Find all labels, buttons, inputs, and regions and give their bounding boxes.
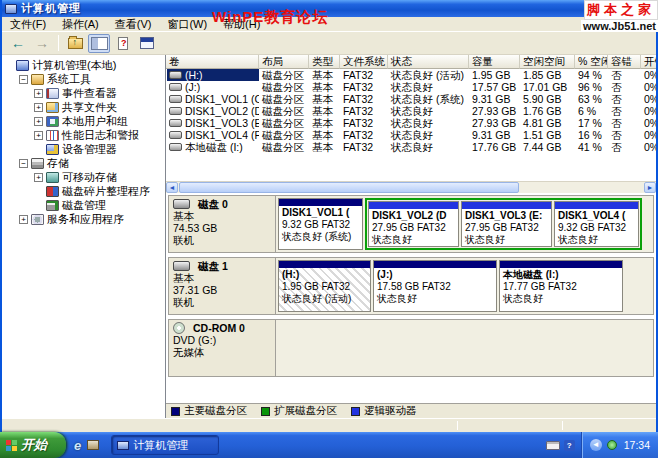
disk-type: 基本 xyxy=(173,272,271,284)
tree-item-1[interactable]: 计算机管理(本地) xyxy=(4,58,165,72)
tree-item-11[interactable]: 磁盘管理 xyxy=(4,198,165,212)
expand-icon[interactable]: + xyxy=(34,89,43,98)
volume-cell: 否 xyxy=(608,141,641,153)
volume-cell: 基本 xyxy=(309,93,340,105)
volume-row-4[interactable]: DISK1_VOL2 (D:)磁盘分区基本FAT32状态良好27.93 GB1.… xyxy=(166,105,656,117)
partition-I[interactable]: 本地磁盘 (I:)17.77 GB FAT32状态良好 xyxy=(499,260,623,312)
tree-item-label: 计算机管理(本地) xyxy=(32,58,116,73)
volume-cell: 基本 xyxy=(309,69,340,81)
volume-cell: 磁盘分区 xyxy=(259,93,309,105)
start-button[interactable]: 开始 xyxy=(0,432,66,458)
scrollbar-track[interactable] xyxy=(520,182,644,193)
partition-name: (H:) xyxy=(282,269,367,281)
expand-icon[interactable]: + xyxy=(34,117,43,126)
extended-partition-group: DISK1_VOL2 (D27.95 GB FAT32状态良好DISK1_VOL… xyxy=(365,198,642,250)
tree-item-3[interactable]: +事件查看器 xyxy=(4,86,165,100)
volume-name: DISK1_VOL4 (F:) xyxy=(167,129,259,141)
keyboard-input-icon[interactable] xyxy=(546,441,560,450)
volume-row-1[interactable]: (H:)磁盘分区基本FAT32状态良好 (活动)1.95 GB1.85 GB94… xyxy=(166,69,656,81)
views-button[interactable] xyxy=(136,34,158,53)
drive-icon xyxy=(169,131,182,139)
scroll-right-arrow-icon[interactable]: ► xyxy=(644,182,656,193)
column-header-6[interactable]: 容量 xyxy=(469,55,520,69)
volume-cell: 96 % xyxy=(575,81,608,93)
hide-icons-chevron-icon[interactable]: ◄ xyxy=(590,439,602,451)
column-header-2[interactable]: 布局 xyxy=(259,55,309,69)
watermark-banner: WinPE教育论坛 xyxy=(212,8,328,27)
collapse-icon[interactable]: − xyxy=(19,159,28,168)
app-icon xyxy=(5,4,17,14)
scroll-left-arrow-icon[interactable]: ◄ xyxy=(166,182,178,193)
partition-info: DISK1_VOL4 (9.32 GB FAT32状态良好 xyxy=(555,209,638,246)
volume-cell: 基本 xyxy=(309,141,340,153)
show-hide-tree-button[interactable] xyxy=(88,34,110,53)
up-level-button[interactable] xyxy=(64,34,86,53)
expand-icon[interactable]: + xyxy=(34,103,43,112)
volume-row-6[interactable]: DISK1_VOL4 (F:)磁盘分区基本FAT32状态良好9.31 GB1.5… xyxy=(166,129,656,141)
disk-label[interactable]: 磁盘 1基本37.31 GB联机 xyxy=(169,258,276,314)
volume-name: DISK1_VOL1 (C:) xyxy=(167,93,259,105)
partition-DISK1VOL2D[interactable]: DISK1_VOL2 (D27.95 GB FAT32状态良好 xyxy=(368,201,459,247)
menu-item-4[interactable]: 窗口(W) xyxy=(159,17,215,32)
volume-row-5[interactable]: DISK1_VOL3 (E:)磁盘分区基本FAT32状态良好27.93 GB4.… xyxy=(166,117,656,129)
column-header-3[interactable]: 类型 xyxy=(309,55,340,69)
watermark-site-name: 脚本之家 xyxy=(584,0,658,20)
disk-label[interactable]: 磁盘 0基本74.53 GB联机 xyxy=(169,196,276,252)
volume-cell: 16 % xyxy=(575,129,608,141)
tree-item-7[interactable]: 设备管理器 xyxy=(4,142,165,156)
partition-H[interactable]: (H:)1.95 GB FAT32状态良好 (活动) xyxy=(278,260,371,312)
volume-cell: 磁盘分区 xyxy=(259,129,309,141)
volume-cell: DISK1_VOL4 (F:) xyxy=(166,129,259,141)
column-header-10[interactable]: 开销 xyxy=(641,55,656,69)
windows-flag-icon xyxy=(6,440,17,451)
column-header-8[interactable]: % 空闲 xyxy=(575,55,608,69)
title-bar[interactable]: 计算机管理 _ □ × xyxy=(2,0,656,17)
taskbar-window-button[interactable]: 计算机管理 xyxy=(111,435,219,455)
volume-row-3[interactable]: DISK1_VOL1 (C:)磁盘分区基本FAT32状态良好 (系统)9.31 … xyxy=(166,93,656,105)
menu-item-2[interactable]: 操作(A) xyxy=(54,17,107,32)
tree-item-5[interactable]: +本地用户和组 xyxy=(4,114,165,128)
menu-item-1[interactable]: 文件(F) xyxy=(2,17,54,32)
volume-cell: FAT32 xyxy=(340,69,388,81)
partition-name: DISK1_VOL4 ( xyxy=(558,210,635,222)
forward-button[interactable]: → xyxy=(31,34,53,53)
column-header-7[interactable]: 空闲空间 xyxy=(520,55,575,69)
computer-icon xyxy=(16,60,29,71)
tree-item-2[interactable]: −系统工具 xyxy=(4,72,165,86)
disk-name: 磁盘 0 xyxy=(198,198,228,210)
partition-DISK1VOL3E[interactable]: DISK1_VOL3 (E:27.95 GB FAT32状态良好 xyxy=(461,201,552,247)
taskbar-clock[interactable]: 17:34 xyxy=(624,439,650,451)
ime-help-icon[interactable]: ? xyxy=(564,440,575,451)
tree-item-12[interactable]: +服务和应用程序 xyxy=(4,212,165,226)
horizontal-scrollbar[interactable]: ◄ ► xyxy=(166,181,656,193)
partition-J[interactable]: (J:)17.58 GB FAT32状态良好 xyxy=(373,260,497,312)
internet-explorer-icon[interactable]: e xyxy=(74,438,81,453)
services-icon xyxy=(31,214,44,225)
menu-item-3[interactable]: 查看(V) xyxy=(107,17,160,32)
expand-icon[interactable]: + xyxy=(34,173,43,182)
tree-item-6[interactable]: +性能日志和警报 xyxy=(4,128,165,142)
partition-DISK1VOL4[interactable]: DISK1_VOL4 (9.32 GB FAT32状态良好 xyxy=(554,201,639,247)
expand-icon[interactable]: + xyxy=(19,215,28,224)
collapse-icon[interactable]: − xyxy=(19,75,28,84)
legend-label: 主要磁盘分区 xyxy=(184,404,247,418)
volume-cell: 本地磁盘 (I:) xyxy=(166,141,259,153)
tree-item-4[interactable]: +共享文件夹 xyxy=(4,100,165,114)
scrollbar-thumb[interactable] xyxy=(179,182,519,193)
column-header-9[interactable]: 容错 xyxy=(608,55,641,69)
column-header-4[interactable]: 文件系统 xyxy=(340,55,388,69)
column-header-5[interactable]: 状态 xyxy=(388,55,469,69)
help-doc-button[interactable] xyxy=(112,34,134,53)
show-desktop-icon[interactable] xyxy=(87,440,99,450)
expand-icon[interactable]: + xyxy=(34,131,43,140)
cdrom-label[interactable]: CD-ROM 0DVD (G:)无媒体 xyxy=(169,320,276,376)
tree-item-8[interactable]: −存储 xyxy=(4,156,165,170)
back-button[interactable]: ← xyxy=(7,34,29,53)
tree-item-9[interactable]: +可移动存储 xyxy=(4,170,165,184)
column-header-1[interactable]: 卷 xyxy=(166,55,259,69)
volume-row-2[interactable]: (J:)磁盘分区基本FAT32状态良好17.57 GB17.01 GB96 %否… xyxy=(166,81,656,93)
partition-DISK1VOL1[interactable]: DISK1_VOL1 (9.32 GB FAT32状态良好 (系统) xyxy=(278,198,363,250)
volume-row-7[interactable]: 本地磁盘 (I:)磁盘分区基本FAT32状态良好17.76 GB7.44 GB4… xyxy=(166,141,656,153)
tree-item-10[interactable]: 磁盘碎片整理程序 xyxy=(4,184,165,198)
tray-status-icon[interactable] xyxy=(607,440,617,450)
